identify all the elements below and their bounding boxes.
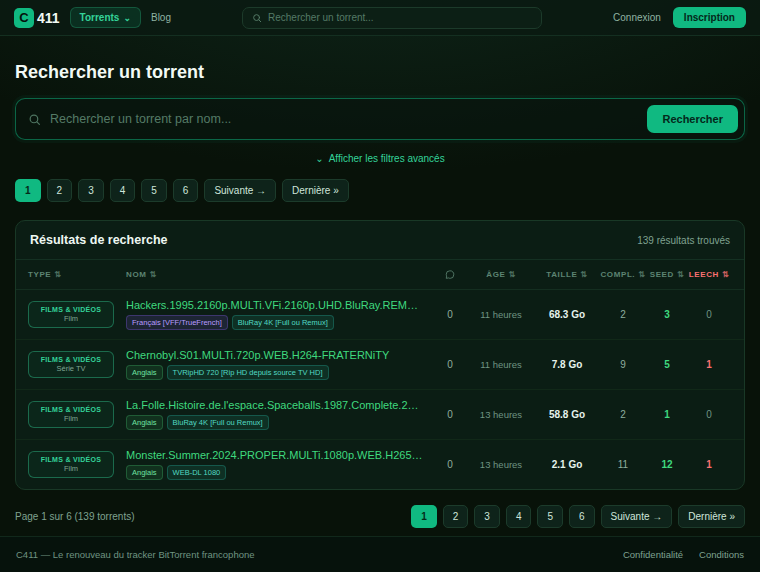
age-value: 13 heures [466,459,536,470]
pagination-top: 1 2 3 4 5 6 Suivante → Dernière » [15,179,745,202]
column-age[interactable]: ÂGE⇅ [466,270,536,279]
last-page-button[interactable]: Dernière » [678,505,745,528]
torrent-name-link[interactable]: Hackers.1995.2160p.MULTi.VFi.2160p.UHD.B… [126,299,424,311]
torrent-search-box[interactable]: Rechercher [15,98,745,140]
header-search-input[interactable] [268,12,532,23]
language-tag: Anglais [126,365,163,380]
category-label: FILMS & VIDÉOS [33,456,109,463]
quality-tag: BluRay 4K [Full ou Remux] [167,415,269,430]
sort-icon: ⇅ [638,270,645,279]
login-link[interactable]: Connexion [613,12,661,23]
header-search-bar[interactable] [242,7,542,29]
category-label: FILMS & VIDÉOS [33,356,109,363]
category-badge[interactable]: FILMS & VIDÉOS Film [28,301,114,328]
compl-value: 9 [598,359,648,370]
column-name[interactable]: NOM⇅ [126,270,434,279]
category-label: FILMS & VIDÉOS [33,406,109,413]
chevron-down-icon: ⌄ [315,153,323,164]
category-badge[interactable]: FILMS & VIDÉOS Film [28,401,114,428]
results-count: 139 résultats trouvés [637,235,730,246]
torrent-search-input[interactable] [50,112,638,126]
signup-button[interactable]: Inscription [673,7,746,28]
nav-torrents-menu[interactable]: Torrents ⌄ [70,7,141,28]
search-icon [252,13,262,23]
page-footer: C411 — Le renouveau du tracker BitTorren… [0,536,760,572]
search-icon [28,113,41,126]
page-button-1[interactable]: 1 [411,505,437,528]
logo-text: 411 [37,10,60,26]
subcategory-label: Film [33,464,109,473]
column-seed[interactable]: SEED⇅ [648,270,686,279]
privacy-link[interactable]: Confidentialité [623,549,683,560]
column-compl[interactable]: COMPL.⇅ [598,270,648,279]
quality-tag: BluRay 4K [Full ou Remux] [232,315,334,330]
size-value: 2.1 Go [536,459,598,470]
column-leech[interactable]: LEECH⇅ [686,270,732,279]
advanced-filters-label: Afficher les filtres avancés [329,153,445,164]
advanced-filters-toggle[interactable]: ⌄ Afficher les filtres avancés [15,153,745,164]
sort-icon: ⇅ [722,270,729,279]
search-submit-button[interactable]: Rechercher [647,105,738,133]
table-row[interactable]: FILMS & VIDÉOS Film Hackers.1995.2160p.M… [16,290,744,340]
size-value: 68.3 Go [536,309,598,320]
next-page-button[interactable]: Suivante → [204,179,276,202]
column-size[interactable]: TAILLE⇅ [536,270,598,279]
last-page-button[interactable]: Dernière » [282,179,349,202]
torrent-name-link[interactable]: La.Folle.Histoire.de.l'espace.Spaceballs… [126,399,424,411]
pagination-bottom: 1 2 3 4 5 6 Suivante → Dernière » [411,505,745,528]
page-button-3[interactable]: 3 [78,179,104,202]
next-page-button[interactable]: Suivante → [601,505,673,528]
table-row[interactable]: FILMS & VIDÉOS Film La.Folle.Histoire.de… [16,390,744,440]
column-comments[interactable] [434,270,466,280]
quality-tag: WEB-DL 1080 [167,465,227,480]
top-navigation-bar: C 411 Torrents ⌄ Blog Connexion Inscript… [0,0,760,36]
search-results-card: Résultats de recherche 139 résultats tro… [15,220,745,490]
nav-torrents-label: Torrents [80,12,120,23]
page-button-1[interactable]: 1 [15,179,41,202]
page-button-3[interactable]: 3 [474,505,500,528]
page-button-5[interactable]: 5 [537,505,563,528]
page-button-4[interactable]: 4 [506,505,532,528]
subcategory-label: Film [33,414,109,423]
leech-value: 1 [686,459,732,470]
comment-icon [445,270,455,280]
sort-icon: ⇅ [508,270,515,279]
compl-value: 2 [598,309,648,320]
page-button-6[interactable]: 6 [173,179,199,202]
table-header-row: TYPE⇅ NOM⇅ ÂGE⇅ TAILLE⇅ COMPL.⇅ SEED⇅ [16,260,744,290]
column-type[interactable]: TYPE⇅ [28,270,126,279]
sort-icon: ⇅ [677,270,684,279]
language-tag: Français [VFF/TrueFrench] [126,315,228,330]
site-logo[interactable]: C 411 [14,8,60,28]
page-button-4[interactable]: 4 [110,179,136,202]
comments-count: 0 [434,359,466,370]
nav-blog-link[interactable]: Blog [151,12,171,23]
torrent-name-link[interactable]: Monster.Summer.2024.PROPER.MULTi.1080p.W… [126,449,424,461]
page-button-5[interactable]: 5 [141,179,167,202]
age-value: 11 heures [466,309,536,320]
category-badge[interactable]: FILMS & VIDÉOS Film [28,451,114,478]
category-label: FILMS & VIDÉOS [33,306,109,313]
sort-icon: ⇅ [54,270,61,279]
table-row[interactable]: FILMS & VIDÉOS Film Monster.Summer.2024.… [16,440,744,489]
comments-count: 0 [434,309,466,320]
size-value: 7.8 Go [536,359,598,370]
terms-link[interactable]: Conditions [699,549,744,560]
footer-tagline: C411 — Le renouveau du tracker BitTorren… [16,549,255,560]
table-row[interactable]: FILMS & VIDÉOS Série TV Chernobyl.S01.MU… [16,340,744,390]
page-button-2[interactable]: 2 [47,179,73,202]
size-value: 58.8 Go [536,409,598,420]
page-summary: Page 1 sur 6 (139 torrents) [15,511,135,522]
language-tag: Anglais [126,415,163,430]
category-badge[interactable]: FILMS & VIDÉOS Série TV [28,351,114,378]
leech-value: 0 [686,409,732,420]
page-button-6[interactable]: 6 [569,505,595,528]
comments-count: 0 [434,459,466,470]
sort-icon: ⇅ [149,270,156,279]
language-tag: Anglais [126,465,163,480]
quality-tag: TVRipHD 720 [Rip HD depuis source TV HD] [167,365,329,380]
page-button-2[interactable]: 2 [443,505,469,528]
seed-value: 12 [648,459,686,470]
results-title: Résultats de recherche [30,233,168,247]
torrent-name-link[interactable]: Chernobyl.S01.MULTi.720p.WEB.H264-FRATER… [126,349,424,361]
